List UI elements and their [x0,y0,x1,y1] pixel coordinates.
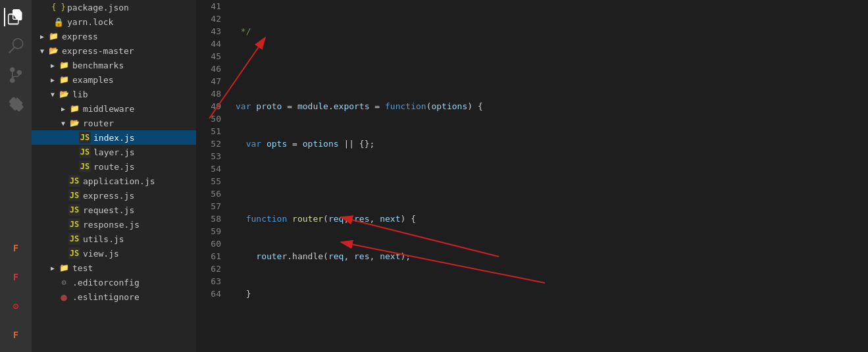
file-utils-js[interactable]: ▶ JS utils.js [32,232,196,246]
js-file-icon: JS [79,146,91,158]
folder-router[interactable]: ▼ 📂 router [32,116,196,130]
folder-label: benchmarks [72,61,124,70]
code-line-46: function router(req, res, next) { [236,213,868,225]
folder-benchmarks[interactable]: ▶ 📁 benchmarks [32,58,196,72]
file-view-js[interactable]: ▶ JS view.js [32,246,196,261]
folder-label: middleware [83,104,134,114]
chevron-right-icon: ▶ [47,263,58,273]
js-file-icon: JS [68,247,80,259]
folder-label: test [72,263,93,273]
folder-express[interactable]: ▶ 📁 express [32,29,196,43]
code-line-44: var opts = options || {}; [236,138,868,150]
code-view[interactable]: 41 42 43 44 45 46 47 48 49 50 51 52 53 5… [196,0,868,352]
code-line-45 [236,175,868,188]
extra-icon[interactable]: F [4,323,28,347]
code-line-47: router.handle(req, res, next); [236,250,868,263]
folder-special-icon: 📁 [58,74,70,86]
chevron-down-icon: ▼ [47,89,58,99]
file-yarn-lock[interactable]: ▶ 🔒 yarn.lock [32,14,196,29]
json-file-icon: { } [53,1,64,13]
folder-icon: 📁 [47,30,59,42]
file-label: response.js [83,220,140,230]
folder-label: router [83,118,114,128]
folder-express-master[interactable]: ▼ 📂 express-master [32,43,196,58]
file-label: request.js [83,205,134,215]
remote-icon[interactable]: F [4,236,28,260]
folder-open-icon: 📂 [47,45,59,57]
account-icon[interactable]: F [4,265,28,289]
file-label: index.js [93,133,135,143]
folder-icon: 📁 [58,59,70,71]
folder-special-icon: 📁 [68,103,80,114]
folder-open-icon: 📂 [58,88,70,100]
activity-bar-bottom: F F ⚙ F [4,236,28,352]
file-label: yarn.lock [67,17,113,27]
code-line-41: */ [236,25,868,38]
file-label: route.js [93,162,135,172]
file-editorconfig[interactable]: ▶ ⚙ .editorconfig [32,275,196,289]
file-route-js[interactable]: ▶ JS route.js [32,159,196,174]
file-explorer: ▶ { } package.json ▶ 🔒 yarn.lock ▶ 📁 exp… [32,0,196,352]
file-label: view.js [83,249,119,259]
file-label: .eslintignore [72,292,140,302]
js-file-icon: JS [68,218,80,230]
file-layer-js[interactable]: ▶ JS layer.js [32,145,196,159]
source-control-icon[interactable] [4,63,28,87]
folder-special-icon: 📁 [58,262,70,274]
file-label: .editorconfig [72,278,140,288]
line-numbers: 41 42 43 44 45 46 47 48 49 50 51 52 53 5… [196,0,229,352]
folder-special-open-icon: 📂 [68,117,80,129]
chevron-right-icon: ▶ [58,103,68,114]
file-label: express.js [83,191,134,201]
js-file-icon: JS [68,189,80,201]
lock-file-icon: 🔒 [53,16,64,28]
file-label: layer.js [93,147,135,157]
js-file-icon: JS [68,204,80,216]
folder-label: examples [72,75,114,85]
code-line-48: } [236,288,868,300]
code-editor[interactable]: */ var proto = module.exports = function… [229,0,868,352]
gear-file-icon: ⚙ [58,276,70,288]
folder-label: express [62,32,98,41]
chevron-down-icon: ▼ [37,45,47,56]
file-package-json[interactable]: ▶ { } package.json [32,0,196,14]
activity-bar: F F ⚙ F [0,0,32,352]
file-label: utils.js [83,234,124,244]
file-express-js[interactable]: ▶ JS express.js [32,188,196,203]
chevron-right-icon: ▶ [47,60,58,70]
js-file-icon: JS [79,161,91,172]
file-label: application.js [83,176,155,186]
editor-area: 41 42 43 44 45 46 47 48 49 50 51 52 53 5… [196,0,868,352]
folder-middleware[interactable]: ▶ 📁 middleware [32,101,196,116]
settings-icon[interactable]: ⚙ [4,294,28,318]
file-request-js[interactable]: ▶ JS request.js [32,203,196,217]
extensions-icon[interactable] [4,92,28,116]
files-icon[interactable] [4,5,28,29]
code-line-49 [236,325,868,338]
code-line-43: var proto = module.exports = function(op… [236,100,868,113]
js-file-icon: JS [68,233,80,245]
chevron-right-icon: ▶ [37,31,47,41]
folder-label: express-master [62,46,134,56]
folder-label: lib [72,89,88,99]
folder-examples[interactable]: ▶ 📁 examples [32,72,196,87]
folder-lib[interactable]: ▼ 📂 lib [32,87,196,101]
file-application-js[interactable]: ▶ JS application.js [32,174,196,188]
chevron-right-icon: ▶ [47,74,58,85]
file-eslintignore[interactable]: ▶ ● .eslintignore [32,289,196,304]
js-file-icon: JS [68,175,80,187]
file-response-js[interactable]: ▶ JS response.js [32,217,196,232]
search-icon[interactable] [4,34,28,58]
file-label: package.json [67,3,129,13]
file-index-js[interactable]: ▶ JS index.js [32,130,196,145]
dot-file-icon: ● [58,291,70,303]
js-file-icon: JS [79,132,91,143]
code-line-42 [236,63,868,75]
folder-test[interactable]: ▶ 📁 test [32,261,196,275]
chevron-down-icon: ▼ [58,118,68,128]
